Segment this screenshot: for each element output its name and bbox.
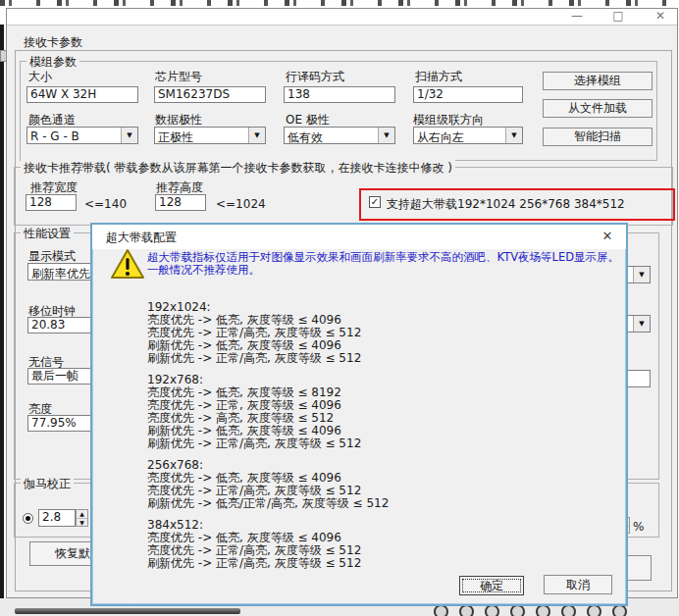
super-load-config-dialog: 超大带载配置 ✕ 超大带载指标仅适用于对图像显示效果和画面刷新率要求不高的酒吧、… — [90, 223, 628, 606]
super-load-checkbox[interactable]: ✓ — [369, 196, 381, 208]
spin-up-icon[interactable]: ▲ — [77, 510, 87, 519]
recommend-height-limit: <=1024 — [216, 197, 266, 211]
brightness-field[interactable]: 77.95% — [27, 415, 92, 432]
cascade-combo[interactable]: 从右向左 ▼ — [413, 127, 523, 144]
smart-scan-button[interactable]: 智能扫描 — [543, 128, 653, 146]
gamma-spinner[interactable]: ▲ ▼ — [76, 509, 88, 527]
row-decode-label: 行译码方式 — [286, 69, 344, 85]
chevron-down-icon[interactable]: ▼ — [378, 128, 394, 143]
data-polarity-value: 正极性 — [158, 129, 193, 144]
scan-label: 扫描方式 — [415, 69, 462, 85]
spin-down-icon[interactable]: ▼ — [77, 519, 87, 527]
cascade-value: 从右向左 — [417, 129, 464, 144]
left-edge-bar — [0, 25, 4, 603]
chip-field[interactable]: SM16237DS — [154, 86, 266, 103]
load-config-line: 刷新优先 -> 正常/高亮, 灰度等级 ≤ 512 — [147, 352, 608, 365]
oe-polarity-combo[interactable]: 低有效 ▼ — [284, 127, 395, 144]
dialog-titlebar: 超大带载配置 ✕ — [92, 225, 626, 249]
chevron-down-icon[interactable]: ▼ — [248, 128, 265, 143]
select-module-button[interactable]: 选择模组 — [543, 72, 653, 90]
load-from-file-button[interactable]: 从文件加载 — [543, 99, 653, 118]
row-decode-field[interactable]: 138 — [284, 86, 395, 103]
performance-group-title: 性能设置 — [21, 226, 74, 242]
recommend-height-field[interactable]: 128 — [155, 194, 206, 211]
super-load-label: 支持超大带载192*1024 256*768 384*512 — [387, 196, 625, 213]
gamma-value-field[interactable]: 2.8 — [38, 509, 76, 527]
clipped-bottom-smear — [15, 608, 240, 614]
data-polarity-combo[interactable]: 正极性 ▼ — [154, 127, 266, 144]
percent-suffix: % — [633, 520, 644, 534]
load-config-sections: 192x1024:亮度优先 -> 低亮, 灰度等级 ≤ 4096亮度优先 -> … — [147, 301, 608, 570]
minimize-icon[interactable]: — — [562, 9, 592, 25]
dialog-close-icon[interactable]: ✕ — [597, 228, 618, 245]
window-titlebar: — □ ✕ — [7, 9, 677, 26]
recommend-width-limit: <=140 — [84, 197, 127, 211]
color-channel-combo[interactable]: R - G - B ▼ — [26, 127, 138, 144]
gamma-group-title: 伽马校正 — [21, 476, 74, 492]
gamma-radio[interactable] — [23, 513, 33, 524]
page-title: 接收卡参数 — [24, 34, 82, 51]
chip-label: 芯片型号 — [155, 69, 202, 85]
recommend-load-group-title: 接收卡推荐带载( 带载参数从该屏幕第一个接收卡参数获取，在接收卡连接中修改 ) — [21, 160, 455, 177]
display-mode-value: 刷新率优先 — [31, 266, 90, 281]
scan-field[interactable]: 1/32 — [413, 86, 523, 103]
load-config-line: 刷新优先 -> 正常/高亮, 灰度等级 ≤ 512 — [147, 557, 608, 570]
warning-line-2: 一般情况不推荐使用。 — [147, 264, 260, 277]
cancel-button[interactable]: 取消 — [544, 575, 612, 594]
ok-button[interactable]: 确定 — [459, 576, 524, 595]
size-label: 大小 — [28, 69, 52, 85]
oe-polarity-value: 低有效 — [287, 129, 323, 144]
load-config-line: 刷新优先 -> 低亮/正常/高亮, 灰度等级 ≤ 512 — [147, 497, 608, 510]
module-params-group: 模组参数 大小 芯片型号 行译码方式 扫描方式 64W X 32H SM1623… — [20, 61, 657, 161]
size-field[interactable]: 64W X 32H — [26, 86, 138, 103]
color-channel-value: R - G - B — [30, 129, 79, 143]
chevron-down-icon[interactable]: ▼ — [121, 128, 137, 143]
close-icon[interactable]: ✕ — [646, 9, 675, 25]
chevron-down-icon[interactable]: ▼ — [633, 267, 650, 282]
chevron-down-icon[interactable]: ▼ — [505, 128, 522, 143]
warning-triangle-icon — [110, 248, 145, 281]
recommend-width-field[interactable]: 128 — [26, 194, 77, 211]
chevron-down-icon[interactable]: ▼ — [633, 316, 650, 332]
screen: — □ ✕ 接收卡参数 模组参数 大小 芯片型号 行译码方式 扫描方式 64W … — [0, 0, 679, 616]
load-config-line: 刷新优先 -> 正常/高亮, 灰度等级 ≤ 512 — [147, 437, 608, 450]
maximize-icon[interactable]: □ — [603, 9, 633, 25]
shift-clock-field[interactable]: 20.83 — [27, 317, 92, 334]
dialog-title: 超大带载配置 — [106, 230, 177, 246]
no-signal-field[interactable]: 最后一帧 — [27, 368, 92, 385]
clipped-top-menu-strip — [0, 0, 679, 6]
